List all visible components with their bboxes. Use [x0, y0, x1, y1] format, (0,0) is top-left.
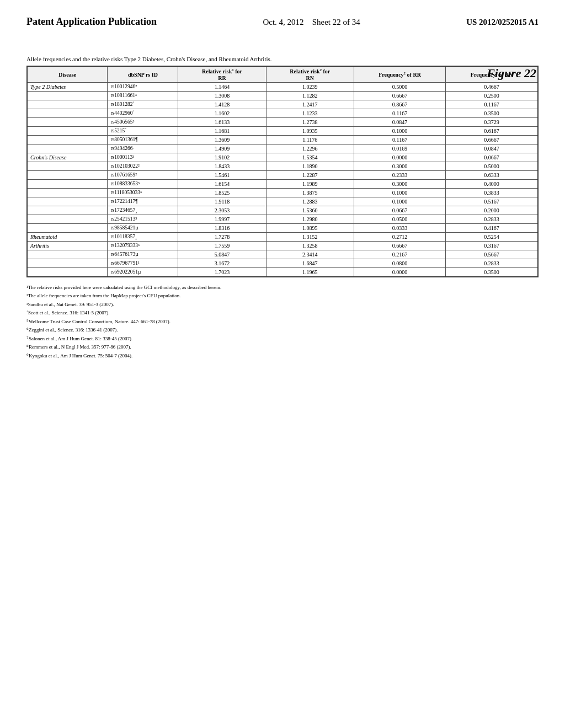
table-row: rs98585421µ1.83161.08950.03330.4167: [27, 223, 538, 232]
footnote: ⁸Remmers et al., N Engl J Med. 357: 977-…: [26, 344, 539, 351]
cell-freq-rn: 0.2000: [446, 206, 538, 215]
cell-rn: 1.2296: [266, 144, 354, 153]
cell-freq-rn: 0.2500: [446, 91, 538, 100]
cell-freq-rn: 0.2833: [446, 215, 538, 223]
cell-rr: 1.6133: [178, 117, 266, 126]
cell-rr: 5.0847: [178, 250, 266, 259]
cell-disease: [27, 267, 108, 277]
cell-freq-rn: 0.5000: [446, 162, 538, 170]
cell-freq-rr: 0.6667: [354, 241, 445, 250]
cell-rn: 1.2883: [266, 197, 354, 206]
cell-freq-rr: 0.0847: [354, 117, 445, 126]
table-row: rs667967791¹3.16721.68470.08000.2833: [27, 259, 538, 267]
cell-snp: rs132079333³: [108, 241, 178, 250]
cell-rr: 1.1464: [178, 82, 266, 91]
cell-freq-rr: 0.0800: [354, 259, 445, 267]
footnote: ⁹Kyogoku et al., Am J Hum Genet. 75: 504…: [26, 352, 539, 360]
cell-freq-rr: 0.0667: [354, 206, 445, 215]
cell-freq-rn: 0.5254: [446, 232, 538, 241]
footnote: ²The allele frequencies are taken from t…: [26, 292, 539, 300]
cell-rr: 1.7278: [178, 232, 266, 241]
cell-disease: [27, 223, 108, 232]
col-rn: Relative risk2 forRN: [266, 66, 354, 82]
footnote: ⁷Salonen et al., Am J Hum Genet. 81: 338…: [26, 335, 539, 343]
cell-disease: [27, 170, 108, 179]
cell-disease: [27, 179, 108, 188]
cell-freq-rr: 0.6667: [354, 91, 445, 100]
table-row: rs108833653³1.61541.19890.30000.4000: [27, 179, 538, 188]
cell-freq-rn: 0.2833: [446, 259, 538, 267]
cell-snp: rs667967791¹: [108, 259, 178, 267]
table-row: Rheumatoidrs10118357¸1.72781.31520.27120…: [27, 232, 538, 241]
cell-snp: rs10761659²: [108, 170, 178, 179]
cell-snp: rs1801282´: [108, 100, 178, 109]
table-title: Allele frequencies and the relative risk…: [26, 56, 539, 62]
table-row: rs10811661³1.30081.12820.66670.2500: [27, 91, 538, 100]
cell-rr: 1.9997: [178, 215, 266, 223]
cell-rr: 1.6154: [178, 179, 266, 188]
cell-rn: 1.3875: [266, 188, 354, 197]
cell-rr: 1.9118: [178, 197, 266, 206]
cell-disease: Arthritis: [27, 241, 108, 250]
table-row: Type 2 Diabetesrs10012946²1.14641.02390.…: [27, 82, 538, 91]
cell-freq-rr: 0.1167: [354, 109, 445, 117]
table-row: rs4506565³1.61331.27380.08470.3729: [27, 117, 538, 126]
cell-snp: rs10811661³: [108, 91, 178, 100]
table-row: rs17221417¶1.91181.28830.10000.5167: [27, 197, 538, 206]
cell-rr: 1.8316: [178, 223, 266, 232]
page-header: Patent Application Publication Oct. 4, 2…: [0, 0, 565, 34]
cell-rn: 1.1282: [266, 91, 354, 100]
table-row: Crohn's Diseasers1000113³1.91021.53540.0…: [27, 153, 538, 162]
cell-freq-rr: 0.1167: [354, 135, 445, 144]
table-row: rs4402960´1.16021.12330.11670.3500: [27, 109, 538, 117]
cell-snp: rs1118053033³: [108, 188, 178, 197]
footnote: ⁵Wellcome Trust Case Control Consortium,…: [26, 318, 539, 326]
table-row: rs5215´1.16811.09350.10000.6167: [27, 126, 538, 135]
cell-freq-rn: 0.1167: [446, 100, 538, 109]
cell-freq-rr: 0.1000: [354, 188, 445, 197]
cell-freq-rr: 0.8667: [354, 100, 445, 109]
cell-disease: [27, 197, 108, 206]
cell-freq-rn: 0.5667: [446, 250, 538, 259]
cell-snp: rs10012946²: [108, 82, 178, 91]
cell-rn: 1.5354: [266, 153, 354, 162]
footnote: ¹The relative risks provided here were c…: [26, 284, 539, 292]
cell-freq-rn: 0.0667: [446, 153, 538, 162]
cell-rn: 1.0895: [266, 223, 354, 232]
cell-disease: [27, 144, 108, 153]
cell-rn: 1.0935: [266, 126, 354, 135]
cell-disease: [27, 188, 108, 197]
table-row: rs1118053033³1.85251.38750.10000.3833: [27, 188, 538, 197]
figure-label: Figure 22: [487, 66, 536, 81]
cell-snp: rs1000113³: [108, 153, 178, 162]
cell-freq-rr: 0.0500: [354, 215, 445, 223]
cell-snp: rs102103022²: [108, 162, 178, 170]
table-row: rs10761659²1.54611.22870.23330.6333: [27, 170, 538, 179]
table-row: rs9494266·1.49091.22960.01690.0847: [27, 144, 538, 153]
cell-rr: 1.3008: [178, 91, 266, 100]
cell-rn: 1.1176: [266, 135, 354, 144]
table-row: Arthritisrs132079333³1.75591.32580.66670…: [27, 241, 538, 250]
cell-freq-rn: 0.0847: [446, 144, 538, 153]
cell-freq-rr: 0.1000: [354, 197, 445, 206]
cell-freq-rr: 0.0000: [354, 153, 445, 162]
cell-freq-rn: 0.3833: [446, 188, 538, 197]
cell-freq-rr: 0.0000: [354, 267, 445, 277]
cell-disease: [27, 250, 108, 259]
cell-rr: 2.3053: [178, 206, 266, 215]
cell-rr: 1.8525: [178, 188, 266, 197]
cell-snp: rs10118357¸: [108, 232, 178, 241]
cell-snp: rs4402960´: [108, 109, 178, 117]
cell-snp: rs17221417¶: [108, 197, 178, 206]
cell-rr: 1.7023: [178, 267, 266, 277]
cell-rr: 1.4909: [178, 144, 266, 153]
cell-rn: 1.2287: [266, 170, 354, 179]
table-row: rs17234657¸2.30531.53600.06670.2000: [27, 206, 538, 215]
cell-freq-rn: 0.4667: [446, 82, 538, 91]
cell-rn: 1.5360: [266, 206, 354, 215]
cell-freq-rn: 0.6333: [446, 170, 538, 179]
cell-freq-rn: 0.4000: [446, 179, 538, 188]
footnotes: ¹The relative risks provided here were c…: [26, 284, 539, 360]
table-row: rs102103022²1.84331.18900.30000.5000: [27, 162, 538, 170]
table-row: rs692022051µ1.70231.19650.00000.3500: [27, 267, 538, 277]
